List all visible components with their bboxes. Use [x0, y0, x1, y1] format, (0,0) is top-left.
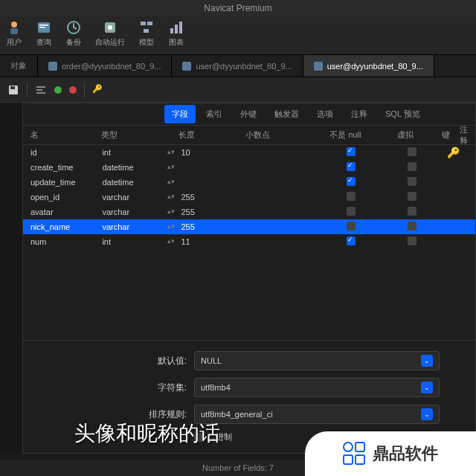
svg-rect-15 [10, 86, 15, 89]
type-stepper-icon[interactable]: ▴▾ [167, 163, 175, 172]
type-stepper-icon[interactable]: ▴▾ [167, 222, 175, 231]
designer-panel: 字段索引外键触发器选项注释SQL 预览 名 类型 长度 小数点 不是 null … [22, 103, 476, 454]
notnull-checkbox[interactable] [347, 177, 356, 186]
field-row[interactable]: create_timedatetime▴▾ [23, 160, 475, 175]
tool-backup[interactable]: 备份 [65, 19, 82, 51]
notnull-checkbox[interactable] [347, 192, 356, 201]
svg-rect-13 [179, 22, 182, 33]
watermark: 鼎品软件 [305, 431, 476, 476]
tool-model[interactable]: 模型 [138, 19, 155, 51]
virtual-checkbox[interactable] [408, 162, 416, 171]
save-icon[interactable] [7, 84, 19, 96]
svg-rect-18 [36, 92, 45, 94]
svg-rect-12 [175, 25, 178, 33]
svg-rect-11 [170, 28, 173, 33]
svg-rect-4 [39, 27, 45, 28]
document-tab[interactable]: 对象 [0, 55, 38, 77]
type-stepper-icon[interactable]: ▴▾ [167, 237, 175, 246]
collation-select[interactable]: utf8mb4_general_ci⌄ [194, 405, 440, 424]
virtual-checkbox[interactable] [408, 192, 416, 201]
user-icon [6, 19, 22, 36]
virtual-checkbox[interactable] [408, 222, 416, 231]
backup-icon [65, 19, 82, 36]
svg-rect-8 [141, 22, 146, 25]
notnull-checkbox[interactable] [347, 207, 356, 216]
svg-rect-17 [36, 89, 42, 91]
notnull-checkbox[interactable] [347, 222, 356, 231]
table-icon [314, 62, 323, 71]
svg-rect-10 [144, 29, 149, 33]
type-stepper-icon[interactable]: ▴▾ [167, 208, 175, 216]
secondary-toolbar: 🔑 [0, 77, 476, 103]
model-icon [138, 19, 155, 36]
chart-icon [168, 19, 184, 36]
charset-select[interactable]: utf8mb4⌄ [194, 378, 440, 397]
key-icon[interactable]: 🔑 [92, 84, 104, 96]
default-label: 默认值: [30, 355, 187, 367]
notnull-checkbox[interactable] [347, 162, 356, 171]
svg-rect-3 [39, 25, 48, 26]
svg-rect-16 [36, 86, 45, 88]
subtab[interactable]: 注释 [344, 105, 375, 123]
svg-rect-9 [147, 22, 152, 25]
main-toolbar: 用户查询备份自动运行模型图表 [0, 16, 476, 55]
align-icon[interactable] [35, 84, 47, 96]
window-title: Navicat Premium [0, 0, 476, 16]
document-tab[interactable]: user@dyyunbdnet_80_9... [172, 55, 303, 77]
charset-label: 字符集: [30, 382, 187, 394]
table-icon [48, 62, 57, 71]
auto-icon [102, 19, 118, 36]
field-row[interactable]: avatarvarchar▴▾255 [23, 205, 475, 219]
add-icon[interactable] [54, 86, 62, 94]
subtab[interactable]: 索引 [199, 105, 230, 123]
field-row[interactable]: nick_namevarchar▴▾255 [23, 219, 475, 234]
virtual-checkbox[interactable] [408, 177, 416, 186]
tool-query[interactable]: 查询 [36, 19, 52, 51]
document-tab[interactable]: order@dyyunbdnet_80_9... [38, 55, 172, 77]
query-icon [36, 19, 52, 36]
notnull-checkbox[interactable] [347, 147, 356, 156]
subtab[interactable]: SQL 预览 [378, 105, 428, 123]
virtual-checkbox[interactable] [408, 237, 416, 245]
svg-point-7 [108, 25, 112, 30]
subtab[interactable]: 选项 [309, 105, 341, 123]
field-row[interactable]: idint▴▾10🔑 [23, 145, 475, 160]
designer-subtabs: 字段索引外键触发器选项注释SQL 预览 [23, 103, 475, 126]
grid-header: 名 类型 长度 小数点 不是 null 虚拟 键 注释 [23, 126, 475, 145]
document-tab[interactable]: user@dyyunbdnet_80_9... [303, 55, 434, 77]
type-stepper-icon[interactable]: ▴▾ [167, 148, 175, 157]
primary-key-icon: 🔑 [447, 147, 460, 158]
notnull-checkbox[interactable] [347, 237, 356, 245]
document-tabs: 对象order@dyyunbdnet_80_9...user@dyyunbdne… [0, 55, 476, 77]
left-panel [0, 103, 22, 454]
field-row[interactable]: update_timedatetime▴▾ [23, 175, 475, 190]
svg-point-0 [11, 22, 17, 28]
tool-user[interactable]: 用户 [6, 19, 22, 51]
table-icon [182, 62, 191, 71]
video-caption: 头像和昵称的话 [74, 419, 220, 448]
watermark-icon [343, 442, 367, 466]
field-row[interactable]: open_idvarchar▴▾255 [23, 190, 475, 205]
type-stepper-icon[interactable]: ▴▾ [167, 178, 175, 187]
subtab[interactable]: 外键 [233, 105, 264, 123]
remove-icon[interactable] [69, 86, 77, 94]
collation-label: 排序规则: [30, 408, 187, 421]
tool-chart[interactable]: 图表 [168, 19, 184, 51]
field-row[interactable]: numint▴▾11 [23, 234, 475, 249]
svg-rect-1 [10, 28, 18, 34]
tool-auto[interactable]: 自动运行 [95, 19, 125, 51]
subtab[interactable]: 触发器 [267, 105, 306, 123]
virtual-checkbox[interactable] [408, 207, 416, 216]
subtab[interactable]: 字段 [164, 105, 196, 123]
default-select[interactable]: NULL⌄ [194, 351, 440, 370]
type-stepper-icon[interactable]: ▴▾ [167, 193, 175, 202]
virtual-checkbox[interactable] [408, 147, 416, 156]
